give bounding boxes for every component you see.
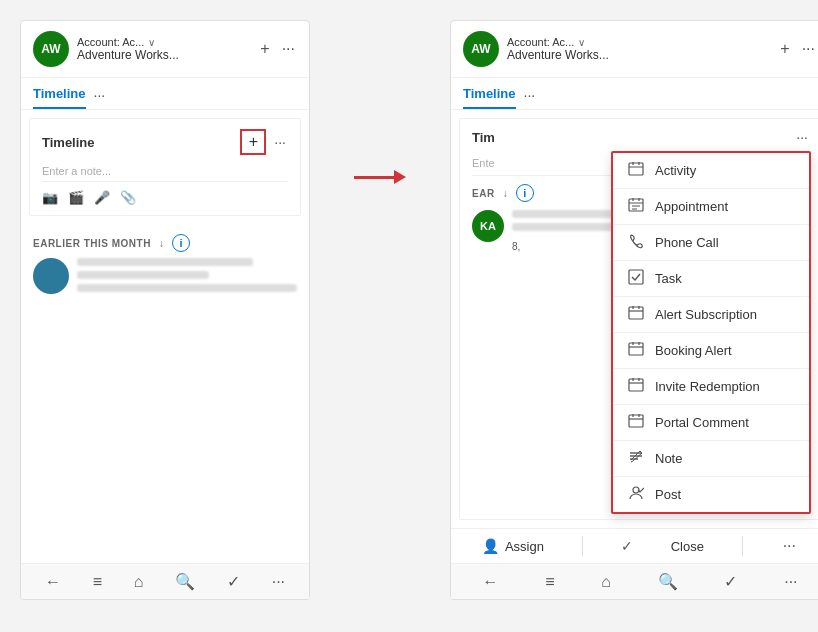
timeline-tab[interactable]: Timeline [33, 86, 86, 109]
right-add-button[interactable]: + [778, 38, 791, 60]
avatar: AW [33, 31, 69, 67]
note-icon [627, 449, 645, 468]
header-info: Account: Ac... ∨ Adventure Works... [77, 36, 250, 62]
portal-comment-label: Portal Comment [655, 415, 749, 430]
nav-search[interactable]: 🔍 [175, 572, 195, 591]
menu-item-note[interactable]: Note [613, 441, 809, 477]
right-section-more[interactable]: ··· [796, 129, 808, 145]
svg-rect-0 [629, 163, 643, 175]
menu-item-appointment[interactable]: Appointment [613, 189, 809, 225]
menu-item-alert-subscription[interactable]: Alert Subscription [613, 297, 809, 333]
invite-icon [627, 377, 645, 396]
arrow-container [350, 170, 410, 184]
right-more-button[interactable]: ··· [800, 38, 817, 60]
arrow-line [354, 176, 394, 179]
section-actions: + ··· [240, 129, 288, 155]
section-more-button[interactable]: ··· [272, 132, 288, 152]
right-nav-home[interactable]: ⌂ [601, 573, 611, 591]
right-nav-menu[interactable]: ≡ [545, 573, 554, 591]
item-text [77, 258, 297, 297]
left-panel: AW Account: Ac... ∨ Adventure Works... +… [20, 20, 310, 600]
tab-more[interactable]: ··· [94, 87, 106, 109]
section-label: EARLIER THIS MONTH [33, 238, 151, 249]
nav-menu[interactable]: ≡ [93, 573, 102, 591]
nav-home[interactable]: ⌂ [134, 573, 144, 591]
arrow [354, 170, 406, 184]
right-nav-more[interactable]: ··· [784, 573, 797, 591]
note-input: Enter a note... [42, 161, 288, 182]
right-nav-search[interactable]: 🔍 [658, 572, 678, 591]
right-account-label-text: Account: Ac... [507, 36, 574, 48]
portal-icon [627, 413, 645, 432]
more-button[interactable]: ··· [280, 38, 297, 60]
list-item [33, 258, 297, 297]
right-tab-more[interactable]: ··· [524, 87, 536, 109]
header-actions: + ··· [258, 38, 297, 60]
account-label: Account: Ac... ∨ [77, 36, 250, 48]
booking-alert-label: Booking Alert [655, 343, 732, 358]
assign-bar: 👤 Assign ✓ Close ··· [451, 528, 818, 563]
activity-icon [627, 161, 645, 180]
timeline-section: Timeline + ··· Enter a note... 📷 🎬 🎤 📎 [29, 118, 301, 216]
right-account-label: Account: Ac... ∨ [507, 36, 770, 48]
assign-tick: ✓ [621, 538, 633, 554]
mic-icon[interactable]: 🎤 [94, 190, 110, 205]
right-header: AW Account: Ac... ∨ Adventure Works... +… [451, 21, 818, 78]
menu-item-invite-redemption[interactable]: Invite Redemption [613, 369, 809, 405]
alert-subscription-label: Alert Subscription [655, 307, 757, 322]
right-panel: AW Account: Ac... ∨ Adventure Works... +… [450, 20, 818, 600]
right-nav-tasks[interactable]: ✓ [724, 572, 737, 591]
nav-tasks[interactable]: ✓ [227, 572, 240, 591]
assign-button[interactable]: 👤 Assign [482, 538, 544, 554]
right-sort-icon[interactable]: ↓ [503, 188, 509, 199]
timeline-tab-area: Timeline ··· [21, 78, 309, 110]
right-avatar: AW [463, 31, 499, 67]
right-account-name: Adventure Works... [507, 48, 770, 62]
right-header-actions: + ··· [778, 38, 817, 60]
assign-divider [582, 536, 583, 556]
right-item-avatar: KA [472, 210, 504, 242]
plus-icon: + [249, 133, 258, 151]
post-label: Post [655, 487, 681, 502]
right-blurred-date: 8, [512, 241, 520, 252]
attachment-icon[interactable]: 📎 [120, 190, 136, 205]
right-info-icon[interactable]: i [516, 184, 534, 202]
menu-item-portal-comment[interactable]: Portal Comment [613, 405, 809, 441]
close-button[interactable]: Close [671, 539, 704, 554]
menu-item-phone-call[interactable]: Phone Call [613, 225, 809, 261]
timeline-section-title: Timeline [42, 135, 95, 150]
menu-item-booking-alert[interactable]: Booking Alert [613, 333, 809, 369]
blurred-line-1 [77, 258, 253, 266]
blurred-line-2 [77, 271, 209, 279]
right-timeline-tab[interactable]: Timeline [463, 86, 516, 109]
svg-rect-15 [629, 343, 643, 355]
nav-more[interactable]: ··· [272, 573, 285, 591]
right-chevron-icon: ∨ [578, 37, 585, 48]
sort-icon[interactable]: ↓ [159, 238, 165, 249]
post-icon [627, 485, 645, 504]
menu-item-task[interactable]: Task [613, 261, 809, 297]
video-icon[interactable]: 🎬 [68, 190, 84, 205]
activity-label: Activity [655, 163, 696, 178]
info-icon[interactable]: i [172, 234, 190, 252]
assign-more-button[interactable]: ··· [781, 535, 798, 557]
right-timeline-tab-area: Timeline ··· [451, 78, 818, 110]
menu-item-post[interactable]: Post [613, 477, 809, 512]
right-bottom-nav: ← ≡ ⌂ 🔍 ✓ ··· [451, 563, 818, 599]
camera-icon[interactable]: 📷 [42, 190, 58, 205]
bottom-nav: ← ≡ ⌂ 🔍 ✓ ··· [21, 563, 309, 599]
right-timeline-title: Tim [472, 130, 495, 145]
task-icon [627, 269, 645, 288]
svg-rect-11 [629, 307, 643, 319]
booking-icon [627, 341, 645, 360]
timeline-section-header: Timeline + ··· [42, 129, 288, 155]
account-name: Adventure Works... [77, 48, 250, 62]
left-header: AW Account: Ac... ∨ Adventure Works... +… [21, 21, 309, 78]
add-activity-button[interactable]: + [240, 129, 266, 155]
add-button[interactable]: + [258, 38, 271, 60]
right-nav-back[interactable]: ← [482, 573, 498, 591]
nav-back[interactable]: ← [45, 573, 61, 591]
close-label: Close [671, 539, 704, 554]
menu-item-activity[interactable]: Activity [613, 153, 809, 189]
chevron-icon: ∨ [148, 37, 155, 48]
